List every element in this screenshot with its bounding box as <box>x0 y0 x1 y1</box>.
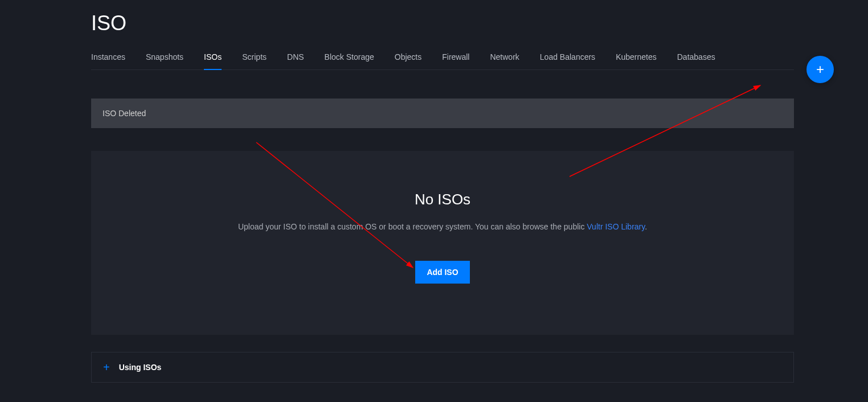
plus-icon: + <box>103 362 110 373</box>
add-iso-button[interactable]: Add ISO <box>415 261 469 284</box>
using-isos-accordion[interactable]: + Using ISOs <box>91 352 794 383</box>
tab-instances[interactable]: Instances <box>91 52 125 69</box>
empty-text-suffix: . <box>645 222 647 231</box>
tab-databases[interactable]: Databases <box>677 52 715 69</box>
notification-message: ISO Deleted <box>103 109 146 118</box>
tab-scripts[interactable]: Scripts <box>242 52 267 69</box>
empty-description: Upload your ISO to install a custom OS o… <box>114 222 771 231</box>
empty-text-prefix: Upload your ISO to install a custom OS o… <box>238 222 587 231</box>
tabs-bar: InstancesSnapshotsISOsScriptsDNSBlock St… <box>91 52 794 70</box>
empty-heading: No ISOs <box>114 191 771 208</box>
tab-objects[interactable]: Objects <box>395 52 421 69</box>
iso-library-link[interactable]: Vultr ISO Library <box>587 222 645 231</box>
accordion-title: Using ISOs <box>119 363 162 372</box>
add-fab-button[interactable]: + <box>806 56 834 83</box>
tab-load-balancers[interactable]: Load Balancers <box>540 52 595 69</box>
tab-dns[interactable]: DNS <box>287 52 304 69</box>
tab-isos[interactable]: ISOs <box>204 52 222 69</box>
tab-kubernetes[interactable]: Kubernetes <box>616 52 657 69</box>
tab-block-storage[interactable]: Block Storage <box>325 52 374 69</box>
tab-firewall[interactable]: Firewall <box>442 52 469 69</box>
page-title: ISO <box>91 0 794 52</box>
tab-snapshots[interactable]: Snapshots <box>146 52 183 69</box>
plus-icon: + <box>816 63 824 76</box>
notification-banner: ISO Deleted <box>91 99 794 128</box>
tab-network[interactable]: Network <box>490 52 519 69</box>
empty-state-panel: No ISOs Upload your ISO to install a cus… <box>91 151 794 335</box>
